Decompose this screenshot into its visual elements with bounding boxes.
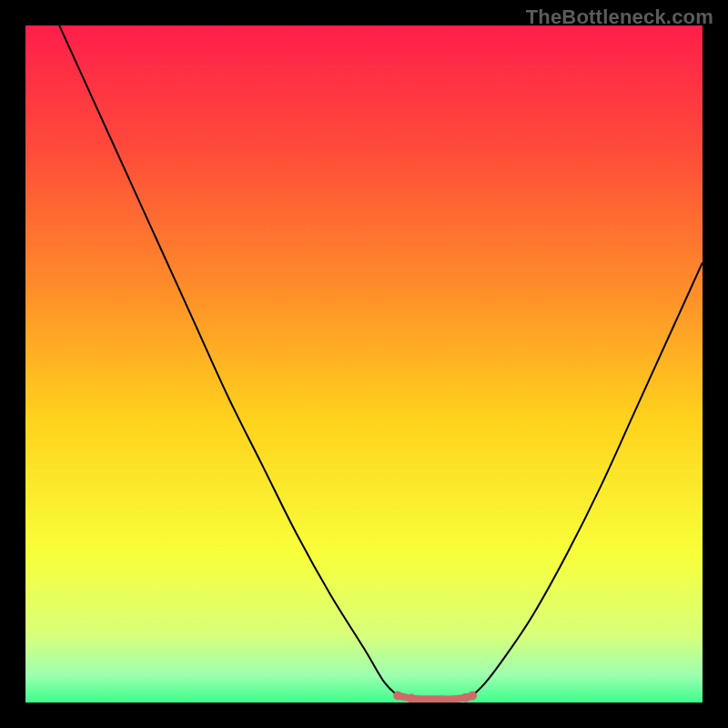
watermark-text: TheBottleneck.com [526, 5, 713, 29]
chart-curves [25, 25, 703, 703]
left-curve [59, 25, 398, 696]
svg-point-1 [393, 692, 402, 701]
right-curve [472, 262, 703, 695]
svg-point-4 [468, 692, 477, 701]
plot-area [25, 25, 703, 703]
chart-frame: { "watermark": "TheBottleneck.com", "col… [0, 0, 728, 728]
